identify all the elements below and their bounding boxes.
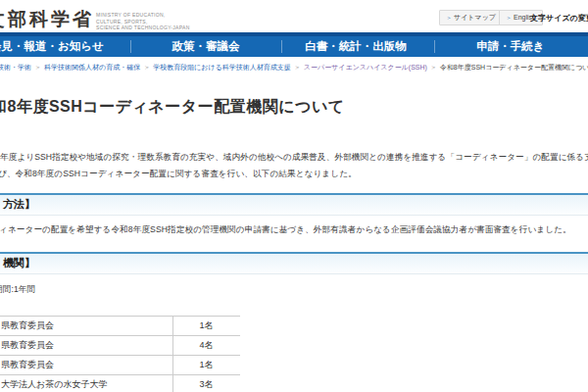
nav-separator bbox=[281, 40, 282, 53]
section-heading-method-label: 方法】 bbox=[0, 195, 588, 214]
count-cell: 1名 bbox=[173, 356, 239, 374]
breadcrumb-link[interactable]: 科学技術関係人材の育成・確保 bbox=[44, 64, 140, 71]
mext-logo[interactable]: 文部科学省 bbox=[0, 7, 94, 32]
method-text: ィネーターの配置を希望する令和8年度SSH指定校の管理機関の申請書に基づき、外部… bbox=[0, 224, 571, 236]
count-cell: 1名 bbox=[173, 317, 239, 335]
breadcrumb-link-ssh[interactable]: スーパーサイエンスハイスクール(SSH) bbox=[304, 64, 427, 71]
table-row: 県教育委員会 1名 bbox=[0, 356, 240, 375]
table-row: 大学法人お茶の水女子大学 3名 bbox=[0, 375, 240, 392]
table-row: 県教育委員会 4名 bbox=[0, 336, 240, 356]
organization-cell: 大学法人お茶の水女子大学 bbox=[0, 375, 173, 392]
sitemap-button[interactable]: ＞サイトマップ bbox=[439, 10, 503, 25]
section-heading-organizations: 機関】 bbox=[0, 252, 588, 274]
chevron-right-icon: ＞ bbox=[446, 15, 452, 21]
count-cell: 3名 bbox=[173, 375, 239, 392]
page: 文部科学省 MINISTRY OF EDUCATION, CULTURE, SP… bbox=[0, 0, 588, 392]
nav-item-applications[interactable]: 申請・手続き bbox=[476, 36, 544, 57]
chevron-right-icon: ＞ bbox=[506, 15, 512, 21]
breadcrumb: 技術・学術＞科学技術関係人材の育成・確保＞学校教育段階における科学技術人材育成支… bbox=[0, 63, 588, 73]
placement-period-text: 期間:1年間 bbox=[0, 284, 35, 296]
table-row: 県教育委員会 1名 bbox=[0, 317, 240, 336]
results-table: 県教育委員会 1名 県教育委員会 4名 県教育委員会 1名 大学法人お茶の水女子… bbox=[0, 316, 240, 392]
breadcrumb-separator: ＞ bbox=[143, 64, 150, 71]
count-cell: 4名 bbox=[173, 336, 239, 355]
intro-text-line: び、令和8年度のSSHコーディネーター配置に関する審査を行い、以下の結果となりま… bbox=[0, 169, 357, 180]
section-heading-method: 方法】 bbox=[0, 193, 588, 216]
nav-item-publications[interactable]: 白書・統計・出版物 bbox=[305, 36, 407, 57]
sitemap-button-label: サイトマップ bbox=[454, 14, 496, 21]
global-nav: 会見・報道・お知らせ 政策・審議会 白書・統計・出版物 申請・手続き bbox=[0, 32, 588, 57]
text-size-label: 文字サイズの変更 bbox=[530, 13, 588, 24]
nav-item-press[interactable]: 会見・報道・お知らせ bbox=[0, 36, 104, 57]
nav-item-policy[interactable]: 政策・審議会 bbox=[172, 36, 240, 57]
breadcrumb-separator: ＞ bbox=[294, 64, 301, 71]
breadcrumb-separator: ＞ bbox=[430, 64, 437, 71]
mext-logo-subtext: MINISTRY OF EDUCATION, CULTURE, SPORTS, … bbox=[96, 12, 190, 31]
organization-cell: 県教育委員会 bbox=[0, 336, 173, 355]
nav-separator bbox=[434, 40, 435, 53]
logo-subtext-line: SCIENCE AND TECHNOLOGY-JAPAN bbox=[96, 24, 190, 31]
section-heading-organizations-label: 機関】 bbox=[0, 254, 588, 272]
breadcrumb-separator: ＞ bbox=[34, 64, 41, 71]
breadcrumb-link[interactable]: 技術・学術 bbox=[0, 64, 31, 71]
intro-text-line: 年度よりSSH指定校や地域の探究・理数系教育の充実や、域内外の他校への成果普及、… bbox=[0, 152, 588, 164]
nav-separator bbox=[130, 40, 131, 53]
organization-cell: 県教育委員会 bbox=[0, 317, 173, 335]
breadcrumb-current: 令和8年度SSHコーディネーター配置機関について bbox=[440, 64, 588, 71]
organization-cell: 県教育委員会 bbox=[0, 356, 173, 374]
breadcrumb-link[interactable]: 学校教育段階における科学技術人材育成支援 bbox=[153, 64, 291, 71]
page-title: 和8年度SSHコーディネーター配置機関について bbox=[0, 97, 345, 118]
